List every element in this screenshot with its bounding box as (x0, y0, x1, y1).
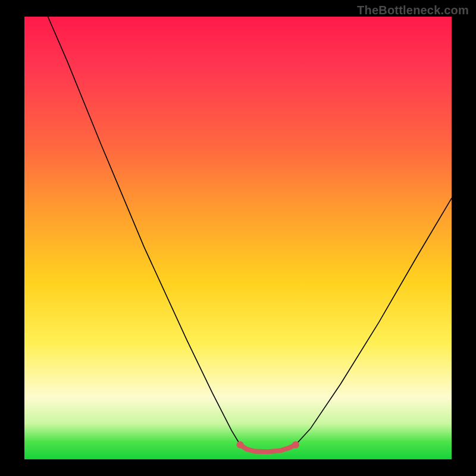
plot-area (24, 17, 452, 459)
series-valley-floor (240, 444, 296, 452)
series-right-ascent (296, 198, 452, 444)
chart-frame: TheBottleneck.com (0, 0, 476, 476)
valley-right-cap (292, 441, 299, 448)
valley-left-cap (237, 441, 244, 448)
watermark-text: TheBottleneck.com (357, 4, 469, 17)
series-group (48, 17, 452, 452)
series-left-descent (48, 17, 240, 444)
chart-svg (24, 17, 452, 459)
